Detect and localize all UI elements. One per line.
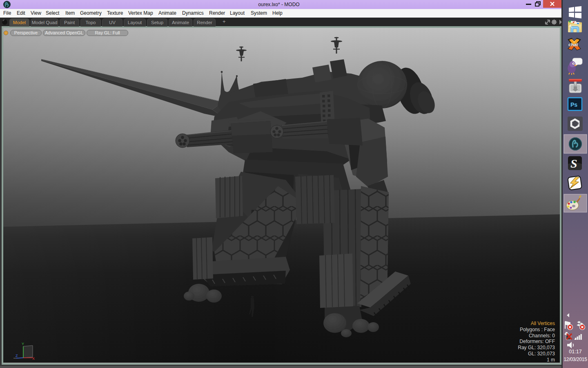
svg-text:Ps: Ps <box>570 101 577 108</box>
svg-text:chat: chat <box>568 42 578 47</box>
svg-text:X: X <box>32 357 35 361</box>
svg-text:Y: Y <box>22 342 24 346</box>
svg-text:S: S <box>570 157 577 170</box>
svg-text:Z: Z <box>16 354 18 358</box>
